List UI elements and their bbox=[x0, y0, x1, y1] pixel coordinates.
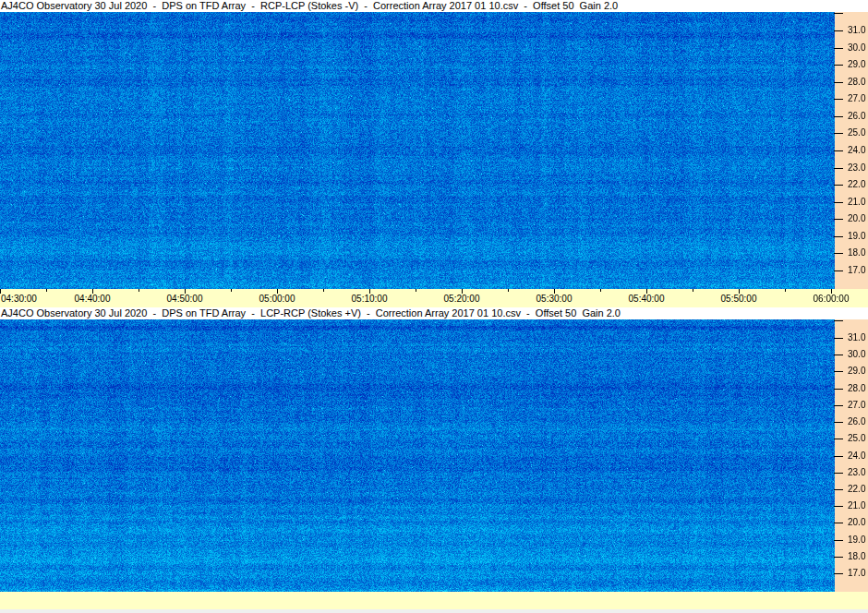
panel2-spectrogram[interactable] bbox=[0, 319, 836, 592]
time-tick-minor bbox=[693, 289, 693, 292]
frequency-tick-label: 26.0 bbox=[848, 416, 865, 427]
frequency-tick-label: 19.0 bbox=[848, 231, 865, 242]
frequency-tick bbox=[834, 523, 843, 523]
frequency-tick-label: 20.0 bbox=[848, 213, 865, 224]
time-tick-label: 05:30:00 bbox=[536, 294, 573, 305]
frequency-tick-label: 31.0 bbox=[848, 332, 865, 343]
frequency-tick bbox=[834, 371, 843, 372]
frequency-tick bbox=[834, 219, 843, 220]
frequency-tick-label: 19.0 bbox=[848, 535, 865, 546]
time-tick-label: 05:40:00 bbox=[629, 294, 665, 305]
frequency-tick bbox=[834, 150, 843, 151]
panel2-frequency-axis: 31.030.029.028.027.026.025.024.023.022.0… bbox=[835, 319, 868, 592]
frequency-tick-label: 27.0 bbox=[848, 93, 865, 104]
frequency-tick bbox=[834, 405, 843, 406]
frequency-tick bbox=[834, 116, 843, 117]
frequency-tick-label: 18.0 bbox=[848, 247, 865, 258]
time-axis: 04:30:0004:40:0004:50:0005:00:0005:10:00… bbox=[0, 289, 868, 307]
frequency-tick bbox=[834, 573, 843, 574]
spectrograph-window: AJ4CO Observatory 30 Jul 2020 - DPS on T… bbox=[0, 0, 868, 613]
frequency-tick bbox=[834, 236, 843, 237]
time-tick-label: 06:00:00 bbox=[814, 294, 850, 305]
time-tick-label: 05:20:00 bbox=[444, 294, 480, 305]
panel1-spectrogram[interactable] bbox=[0, 12, 836, 289]
frequency-tick bbox=[834, 65, 843, 66]
frequency-tick-label: 30.0 bbox=[848, 349, 865, 360]
time-tick-minor bbox=[416, 289, 416, 292]
time-tick-minor bbox=[323, 289, 324, 292]
frequency-tick-label: 24.0 bbox=[848, 145, 865, 156]
window-bottom-edge bbox=[0, 609, 868, 613]
frequency-tick-label: 21.0 bbox=[848, 500, 865, 511]
time-tick-label: 04:30:00 bbox=[1, 294, 37, 305]
frequency-tick bbox=[834, 355, 843, 355]
frequency-tick bbox=[834, 540, 843, 541]
frequency-tick-label: 22.0 bbox=[848, 179, 865, 190]
frequency-tick bbox=[834, 30, 843, 31]
frequency-tick-label: 25.0 bbox=[848, 433, 865, 444]
panel1-title: AJ4CO Observatory 30 Jul 2020 - DPS on T… bbox=[0, 0, 868, 12]
frequency-tick-label: 25.0 bbox=[848, 127, 865, 138]
panel2-title: AJ4CO Observatory 30 Jul 2020 - DPS on T… bbox=[0, 307, 868, 319]
frequency-tick-label: 28.0 bbox=[848, 77, 865, 88]
frequency-tick bbox=[834, 133, 843, 134]
frequency-tick bbox=[834, 439, 843, 439]
time-tick-minor bbox=[231, 289, 232, 292]
frequency-tick-label: 31.0 bbox=[848, 25, 865, 36]
frequency-tick-label: 17.0 bbox=[848, 265, 865, 276]
frequency-tick bbox=[834, 253, 843, 254]
frequency-tick bbox=[834, 456, 843, 457]
frequency-tick-label: 22.0 bbox=[848, 484, 865, 495]
time-tick-label: 05:10:00 bbox=[352, 294, 388, 305]
frequency-tick-label: 21.0 bbox=[848, 197, 865, 208]
time-tick-label: 04:50:00 bbox=[167, 294, 203, 305]
time-tick-label: 05:00:00 bbox=[259, 294, 295, 305]
frequency-tick bbox=[834, 185, 843, 186]
frequency-tick-label: 27.0 bbox=[848, 400, 865, 411]
frequency-tick bbox=[834, 389, 843, 390]
time-tick-minor bbox=[508, 289, 509, 292]
frequency-tick bbox=[834, 168, 843, 169]
time-tick-minor bbox=[785, 289, 786, 292]
time-tick-minor bbox=[600, 289, 601, 292]
bottom-time-strip bbox=[0, 592, 868, 609]
time-tick-label: 05:50:00 bbox=[721, 294, 757, 305]
frequency-tick bbox=[834, 48, 843, 49]
frequency-tick-label: 30.0 bbox=[848, 42, 865, 54]
frequency-tick-label: 28.0 bbox=[848, 383, 865, 394]
frequency-tick-label: 23.0 bbox=[848, 162, 865, 174]
frequency-tick bbox=[834, 489, 843, 490]
time-tick-label: 04:40:00 bbox=[75, 294, 111, 305]
time-tick-minor bbox=[46, 289, 47, 292]
time-tick-minor bbox=[139, 289, 139, 292]
frequency-tick-label: 18.0 bbox=[848, 551, 865, 562]
frequency-tick bbox=[834, 320, 843, 321]
frequency-tick-label: 17.0 bbox=[848, 568, 865, 579]
frequency-tick bbox=[834, 473, 843, 474]
frequency-tick bbox=[834, 82, 843, 83]
frequency-tick-label: 29.0 bbox=[848, 59, 865, 70]
frequency-tick-label: 26.0 bbox=[848, 111, 865, 122]
frequency-tick bbox=[834, 338, 843, 339]
frequency-tick-label: 24.0 bbox=[848, 451, 865, 462]
panel1-frequency-axis: 31.030.029.028.027.026.025.024.023.022.0… bbox=[835, 12, 868, 289]
frequency-tick bbox=[834, 557, 843, 558]
frequency-tick-label: 23.0 bbox=[848, 467, 865, 478]
frequency-tick bbox=[834, 506, 843, 507]
frequency-tick bbox=[834, 422, 843, 423]
frequency-tick-label: 20.0 bbox=[848, 517, 865, 528]
frequency-tick bbox=[834, 99, 843, 100]
frequency-tick bbox=[834, 13, 843, 14]
frequency-tick bbox=[834, 202, 843, 203]
frequency-tick-label: 29.0 bbox=[848, 366, 865, 377]
frequency-tick bbox=[834, 270, 843, 271]
